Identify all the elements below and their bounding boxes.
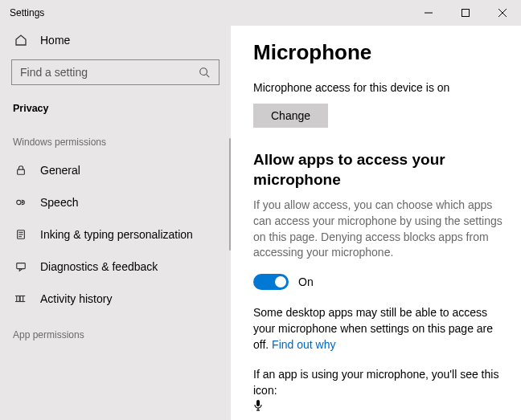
sidebar-item-label: Inking & typing personalization xyxy=(40,228,193,241)
sidebar-item-diagnostics[interactable]: Diagnostics & feedback xyxy=(0,251,231,283)
svg-rect-19 xyxy=(256,400,260,406)
sidebar-item-label: General xyxy=(40,164,80,177)
clipboard-icon xyxy=(14,228,27,241)
svg-line-5 xyxy=(207,75,210,78)
sidebar-item-activity[interactable]: Activity history xyxy=(0,283,231,315)
feedback-icon xyxy=(14,260,27,273)
sidebar-item-label: Activity history xyxy=(40,292,112,305)
close-button[interactable] xyxy=(484,0,521,26)
sidebar: Home Privacy Windows permissions General… xyxy=(0,26,231,420)
lock-icon xyxy=(14,164,27,177)
search-box[interactable] xyxy=(11,59,219,85)
svg-rect-12 xyxy=(17,263,26,269)
content: Home Privacy Windows permissions General… xyxy=(0,26,521,420)
home-icon xyxy=(14,34,27,47)
titlebar: Settings xyxy=(0,0,521,26)
search-icon xyxy=(190,67,219,78)
desktop-apps-note: Some desktop apps may still be able to a… xyxy=(253,304,503,353)
access-status: Microphone access for this device is on xyxy=(253,81,503,94)
sidebar-item-inking[interactable]: Inking & typing personalization xyxy=(0,218,231,251)
main-panel: Microphone Microphone access for this de… xyxy=(231,26,521,420)
window-controls xyxy=(410,0,521,26)
find-out-why-link[interactable]: Find out why xyxy=(272,338,335,351)
search-input[interactable] xyxy=(12,66,190,79)
svg-point-7 xyxy=(17,200,21,204)
in-use-note: If an app is using your microphone, you'… xyxy=(253,366,503,418)
maximize-button[interactable] xyxy=(447,0,484,26)
nav-home-label: Home xyxy=(40,34,70,47)
allow-toggle-row: On xyxy=(253,274,503,290)
svg-point-4 xyxy=(200,68,207,75)
toggle-state-label: On xyxy=(298,275,314,288)
svg-rect-13 xyxy=(17,296,20,302)
sidebar-item-label: Diagnostics & feedback xyxy=(40,260,158,273)
svg-rect-6 xyxy=(18,169,25,174)
allow-description: If you allow access, you can choose whic… xyxy=(253,198,503,260)
svg-rect-1 xyxy=(462,10,470,17)
allow-heading: Allow apps to access your microphone xyxy=(253,150,503,190)
sidebar-section-current: Privacy xyxy=(0,96,231,122)
allow-toggle[interactable] xyxy=(253,274,289,290)
page-title: Microphone xyxy=(253,40,503,65)
sidebar-group-windows-permissions: Windows permissions xyxy=(0,122,231,154)
microphone-icon xyxy=(253,398,263,417)
svg-rect-14 xyxy=(20,296,23,302)
sidebar-group-app-permissions: App permissions xyxy=(0,315,231,347)
sidebar-item-general[interactable]: General xyxy=(0,154,231,186)
in-use-note-text: If an app is using your microphone, you'… xyxy=(253,368,498,397)
speech-icon xyxy=(14,196,27,209)
window-title: Settings xyxy=(10,7,44,18)
toggle-knob xyxy=(275,276,286,287)
minimize-button[interactable] xyxy=(410,0,447,26)
sidebar-item-speech[interactable]: Speech xyxy=(0,186,231,218)
change-button[interactable]: Change xyxy=(253,104,328,128)
nav-home[interactable]: Home xyxy=(0,26,231,55)
sidebar-item-label: Speech xyxy=(40,196,78,209)
activity-icon xyxy=(14,292,27,305)
